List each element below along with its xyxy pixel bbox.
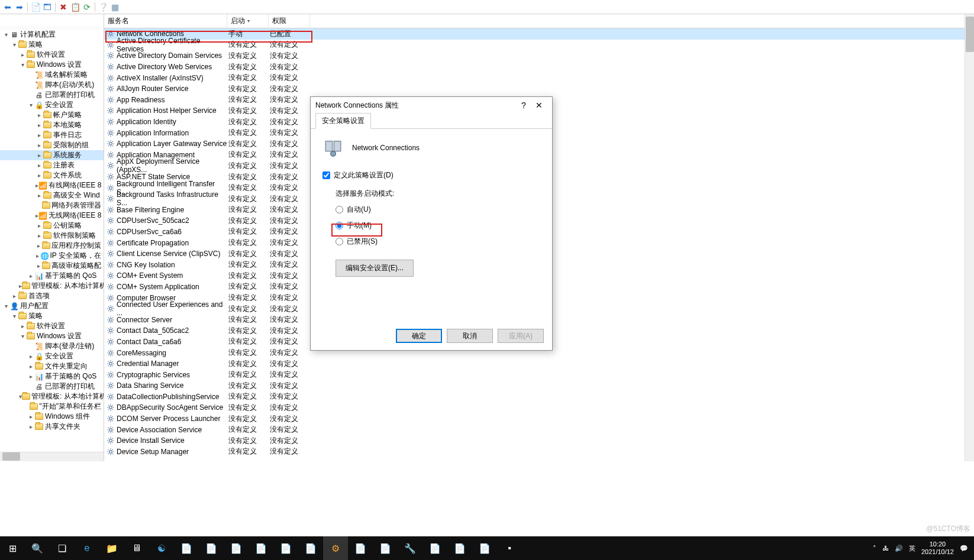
tree-caret-icon[interactable]: ▾ xyxy=(19,61,26,68)
tree-node-28[interactable]: ▾策略 xyxy=(0,311,104,321)
tree-node-0[interactable]: ▾🖥计算机配置 xyxy=(0,30,104,40)
tree-node-33[interactable]: ▸文件夹重定向 xyxy=(0,361,104,371)
tree-node-34[interactable]: ▸📊基于策略的 QoS xyxy=(0,371,104,381)
app-icon-8[interactable]: 📄 xyxy=(298,536,323,560)
tree-caret-icon[interactable]: ▾ xyxy=(27,102,34,108)
tree-node-30[interactable]: ▾Windows 设置 xyxy=(0,331,104,341)
radio-disabled-input[interactable] xyxy=(336,238,343,245)
tree-caret-icon[interactable]: ▸ xyxy=(36,112,43,118)
tree-caret-icon[interactable]: ▸ xyxy=(36,242,42,249)
tree-caret-icon[interactable]: ▸ xyxy=(19,323,26,329)
tree-node-23[interactable]: ▸高级审核策略配 xyxy=(0,261,104,271)
service-row[interactable]: ActiveX Installer (AxInstSV)没有定义没有定义 xyxy=(104,72,974,83)
tree-node-10[interactable]: ▸事件日志 xyxy=(0,130,104,140)
app-icon-2[interactable]: ☯ xyxy=(149,536,174,560)
dialog-titlebar[interactable]: Network Connections 属性 ? ✕ xyxy=(311,97,552,114)
service-row[interactable]: DCOM Server Process Launcher没有定义没有定义 xyxy=(104,413,974,425)
tree-caret-icon[interactable]: ▾ xyxy=(2,303,9,309)
tree-caret-icon[interactable]: ▸ xyxy=(27,373,34,380)
service-row[interactable]: Credential Manager没有定义没有定义 xyxy=(104,358,974,370)
radio-manual-input[interactable] xyxy=(336,222,343,229)
tree-node-7[interactable]: ▾🔒安全设置 xyxy=(0,100,104,110)
filter-icon[interactable]: ▦ xyxy=(109,2,120,12)
tree-node-16[interactable]: ▸高级安全 Wind xyxy=(0,190,104,200)
app-icon-3[interactable]: 📄 xyxy=(174,536,199,560)
app-icon-4[interactable]: 📄 xyxy=(199,536,224,560)
tree-node-36[interactable]: ▾管理模板: 从本地计算机 xyxy=(0,391,104,402)
app-icon-10[interactable]: 📄 xyxy=(373,536,398,560)
service-row[interactable]: Device Install Service没有定义没有定义 xyxy=(104,435,974,446)
app-icon-9[interactable]: 📄 xyxy=(348,536,373,560)
tree-node-21[interactable]: ▸应用程序控制策 xyxy=(0,241,104,251)
properties-icon[interactable]: 📋 xyxy=(70,2,80,12)
tree-node-14[interactable]: ▸文件系统 xyxy=(0,170,104,180)
tree-node-32[interactable]: ▸🔒安全设置 xyxy=(0,351,104,361)
tree-node-6[interactable]: 🖨已部署的打印机 xyxy=(0,90,104,100)
tree-node-4[interactable]: 📜域名解析策略 xyxy=(0,70,104,80)
service-row[interactable]: Active Directory Domain Services没有定义没有定义 xyxy=(104,50,974,61)
cmd-icon[interactable]: ▪ xyxy=(497,536,522,560)
tree-caret-icon[interactable]: ▸ xyxy=(36,263,42,269)
tree-caret-icon[interactable]: ▸ xyxy=(36,122,43,128)
tray-chevron-icon[interactable]: ˄ xyxy=(873,545,876,552)
tree-node-24[interactable]: ▸📊基于策略的 QoS xyxy=(0,271,104,281)
tree-caret-icon[interactable]: ▸ xyxy=(36,152,43,158)
tree-caret-icon[interactable]: ▾ xyxy=(11,41,18,48)
tree-caret-icon[interactable]: ▸ xyxy=(36,132,43,138)
tree-node-39[interactable]: ▸共享文件夹 xyxy=(0,422,104,432)
define-policy-checkbox[interactable]: 定义此策略设置(D) xyxy=(322,170,540,180)
tree-node-18[interactable]: ▸📶无线网络(IEEE 8 xyxy=(0,211,104,221)
app-icon-13[interactable]: 📄 xyxy=(447,536,472,560)
column-header-name[interactable]: 服务名 xyxy=(104,14,227,28)
tree-node-35[interactable]: 🖨已部署的打印机 xyxy=(0,381,104,391)
dialog-close-icon[interactable]: ✕ xyxy=(531,101,547,110)
app-icon-11[interactable]: 🔧 xyxy=(398,536,423,560)
tree-caret-icon[interactable]: ▸ xyxy=(27,353,34,360)
back-icon[interactable]: ⬅ xyxy=(2,2,13,12)
tree-node-15[interactable]: ▸📶有线网络(IEEE 8 xyxy=(0,180,104,190)
tree-caret-icon[interactable]: ▸ xyxy=(36,142,43,148)
tree-caret-icon[interactable]: ▸ xyxy=(36,253,40,259)
tree-caret-icon[interactable]: ▸ xyxy=(19,51,26,58)
tree-node-11[interactable]: ▸受限制的组 xyxy=(0,140,104,150)
tree-node-38[interactable]: ▸Windows 组件 xyxy=(0,412,104,422)
tree-node-20[interactable]: ▸软件限制策略 xyxy=(0,231,104,241)
service-row[interactable]: AllJoyn Router Service没有定义没有定义 xyxy=(104,83,974,95)
radio-disabled[interactable]: 已禁用(S) xyxy=(336,237,540,247)
tree-node-31[interactable]: 📜脚本(登录/注销) xyxy=(0,341,104,351)
explorer-icon[interactable]: 📁 xyxy=(99,536,124,560)
app-icon-5[interactable]: 📄 xyxy=(224,536,249,560)
tray-volume-icon[interactable]: 🔊 xyxy=(895,545,903,552)
app-vertical-scrollbar[interactable] xyxy=(965,14,974,461)
app-icon-12[interactable]: 📄 xyxy=(423,536,447,560)
tree-node-8[interactable]: ▸帐户策略 xyxy=(0,110,104,120)
dialog-help-icon[interactable]: ? xyxy=(517,101,531,110)
service-row[interactable]: Active Directory Certificate Services没有定… xyxy=(104,40,974,51)
service-row[interactable]: DBAppSecurity SocAgent Service没有定义没有定义 xyxy=(104,402,974,413)
edit-security-button[interactable]: 编辑安全设置(E)... xyxy=(336,260,414,277)
dialog-tab-security-policy[interactable]: 安全策略设置 xyxy=(315,113,371,129)
tray-notification-icon[interactable]: 💬 xyxy=(960,545,968,552)
tree-node-37[interactable]: "开始"菜单和任务栏 xyxy=(0,402,104,412)
tree-node-13[interactable]: ▸注册表 xyxy=(0,160,104,170)
tree-node-29[interactable]: ▸软件设置 xyxy=(0,321,104,331)
tree-node-2[interactable]: ▸软件设置 xyxy=(0,50,104,60)
apply-button[interactable]: 应用(A) xyxy=(498,329,544,343)
app-icon-6[interactable]: 📄 xyxy=(249,536,273,560)
tray-ime-indicator[interactable]: 英 xyxy=(909,544,915,553)
radio-automatic-input[interactable] xyxy=(336,206,343,213)
tree-node-26[interactable]: ▸首选项 xyxy=(0,291,104,301)
tray-network-icon[interactable]: 🖧 xyxy=(882,545,889,552)
tree-node-22[interactable]: ▸🌐IP 安全策略，在 xyxy=(0,251,104,261)
tree-node-9[interactable]: ▸本地策略 xyxy=(0,120,104,130)
tree-node-27[interactable]: ▾👤用户配置 xyxy=(0,301,104,311)
start-button[interactable]: ⊞ xyxy=(0,536,25,560)
app-icon-14[interactable]: 📄 xyxy=(472,536,497,560)
ie-icon[interactable]: e xyxy=(75,536,99,560)
tree-node-3[interactable]: ▾Windows 设置 xyxy=(0,60,104,70)
tree-node-5[interactable]: 📜脚本(启动/关机) xyxy=(0,80,104,90)
radio-automatic[interactable]: 自动(U) xyxy=(336,205,540,215)
app-icon-7[interactable]: 📄 xyxy=(273,536,298,560)
up-icon[interactable]: 📄 xyxy=(30,2,41,12)
define-policy-checkbox-input[interactable] xyxy=(322,171,330,179)
